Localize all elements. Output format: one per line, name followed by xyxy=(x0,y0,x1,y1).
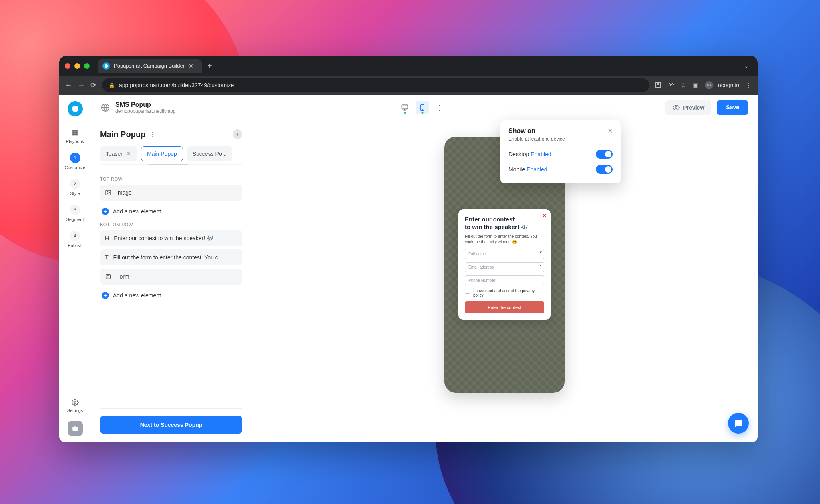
showon-mobile-row: Mobile Enabled xyxy=(508,162,613,177)
panel-icon[interactable]: ▣ xyxy=(693,82,699,89)
element-heading[interactable]: H Enter our contest to win the speaker! … xyxy=(100,230,242,246)
next-button[interactable]: Next to Success Popup xyxy=(100,416,242,434)
save-button[interactable]: Save xyxy=(717,100,748,115)
eye-icon xyxy=(673,104,680,111)
popup-state-tabs: Teaser👁 Main Popup Success Po... xyxy=(100,146,242,161)
browser-menu-icon[interactable]: ⋮ xyxy=(746,82,752,89)
briefcase-icon xyxy=(72,425,79,432)
show-on-popover: Show on ✕ Enable at least one device Des… xyxy=(500,120,621,183)
window-traffic-lights xyxy=(65,63,90,69)
preview-canvas: Show on ✕ Enable at least one device Des… xyxy=(251,120,758,442)
nav-forward-icon[interactable]: → xyxy=(78,81,85,90)
popup-preview: ✕ Enter our contest to win the speaker! … xyxy=(458,209,551,320)
popup-text: Fill out the form to enter the contest. … xyxy=(465,234,544,245)
mobile-icon xyxy=(418,104,426,112)
showon-close-icon[interactable]: ✕ xyxy=(607,127,613,135)
address-bar[interactable]: 🔒 app.popupsmart.com/builder/32749/custo… xyxy=(102,78,649,92)
add-element-top[interactable]: +Add a new element xyxy=(100,204,242,219)
left-rail: ▦ Playbook 1 Customize 2 Style 3 Segment… xyxy=(59,95,91,442)
main-area: SMS Popup demopopupsmart.netlify.app ⋮ xyxy=(91,95,758,442)
rail-settings[interactable]: Settings xyxy=(67,399,83,413)
tab-main-popup[interactable]: Main Popup xyxy=(141,146,183,161)
eye-off-icon: 👁 xyxy=(126,151,131,157)
svg-point-0 xyxy=(74,402,76,404)
element-image[interactable]: Image xyxy=(100,185,242,201)
rail-playbook[interactable]: ▦ Playbook xyxy=(66,128,84,144)
tab-close-icon[interactable]: ✕ xyxy=(189,63,193,69)
checkbox-icon xyxy=(465,289,470,294)
element-text[interactable]: T Fill out the form to enter the contest… xyxy=(100,249,242,265)
rail-step-segment[interactable]: 3 Segment xyxy=(66,205,84,222)
chat-icon xyxy=(734,418,743,428)
bottom-row-label: BOTTOM ROW xyxy=(100,222,242,227)
input-phone[interactable]: Phone Number xyxy=(465,275,544,285)
chat-fab[interactable] xyxy=(728,413,749,434)
tab-title: Popupsmart Campaign Builder xyxy=(114,63,185,69)
app-logo[interactable] xyxy=(68,101,83,116)
input-email[interactable]: Email address xyxy=(465,262,544,272)
showon-subtitle: Enable at least one device xyxy=(508,136,613,142)
consent-checkbox[interactable]: I have read and accept the privacy polic… xyxy=(465,289,544,297)
address-url: app.popupsmart.com/builder/32749/customi… xyxy=(119,82,234,88)
tabs-scrollbar[interactable] xyxy=(100,164,242,165)
rail-step-publish[interactable]: 4 Publish xyxy=(68,231,82,248)
incognito-badge[interactable]: 👓Incognito xyxy=(705,81,739,89)
lock-icon: 🔒 xyxy=(109,82,115,88)
browser-tab[interactable]: Popupsmart Campaign Builder ✕ xyxy=(98,59,202,73)
toolbar-right: ⚿ 👁 ☆ ▣ 👓Incognito ⋮ xyxy=(655,81,752,89)
svg-point-5 xyxy=(675,106,677,108)
device-desktop-button[interactable] xyxy=(398,101,412,114)
desktop-toggle[interactable] xyxy=(596,150,613,159)
rail-briefcase[interactable] xyxy=(68,421,83,436)
tab-teaser[interactable]: Teaser👁 xyxy=(100,146,137,161)
eye-off-icon[interactable]: 👁 xyxy=(668,82,674,89)
mobile-toggle[interactable] xyxy=(596,165,613,174)
preview-button[interactable]: Preview xyxy=(665,100,711,115)
showon-title: Show on xyxy=(508,127,535,135)
tab-favicon xyxy=(102,62,110,70)
svg-point-7 xyxy=(107,191,108,192)
gear-icon xyxy=(72,399,79,406)
plus-icon: + xyxy=(102,208,109,215)
workspace: Main Popup ⋮ + Teaser👁 Main Popup Succes… xyxy=(91,120,758,442)
nav-back-icon[interactable]: ← xyxy=(65,81,72,90)
input-full-name[interactable]: Full name xyxy=(465,249,544,259)
add-element-bottom[interactable]: +Add a new element xyxy=(100,288,242,303)
popup-heading: Enter our contest to win the speaker! 🎶 xyxy=(465,216,544,231)
nav-reload-icon[interactable]: ⟳ xyxy=(90,81,96,90)
key-icon[interactable]: ⚿ xyxy=(655,82,661,89)
device-mobile-button[interactable] xyxy=(416,101,429,114)
element-form[interactable]: Form xyxy=(100,269,242,285)
tabs-overflow-icon[interactable]: ⌄ xyxy=(741,63,752,69)
campaign-domain: demopopupsmart.netlify.app xyxy=(115,108,176,114)
window-zoom[interactable] xyxy=(84,63,90,69)
campaign-title: SMS Popup xyxy=(115,101,176,108)
tab-success[interactable]: Success Po... xyxy=(187,146,233,161)
rail-step-customize[interactable]: 1 Customize xyxy=(65,153,86,170)
heading-icon: H xyxy=(105,235,109,241)
app-root: ▦ Playbook 1 Customize 2 Style 3 Segment… xyxy=(59,95,758,442)
panel-title: Main Popup xyxy=(100,130,145,139)
popup-close-icon[interactable]: ✕ xyxy=(542,213,547,219)
plus-icon: + xyxy=(102,292,109,299)
topbar-title-block: SMS Popup demopopupsmart.netlify.app xyxy=(115,101,176,114)
globe-icon xyxy=(101,103,110,112)
text-icon: T xyxy=(105,254,109,261)
rail-step-style[interactable]: 2 Style xyxy=(70,179,80,196)
image-icon xyxy=(105,189,111,196)
star-icon[interactable]: ☆ xyxy=(681,82,686,89)
top-row-label: TOP ROW xyxy=(100,177,242,181)
window-close[interactable] xyxy=(65,63,70,69)
panel-menu-icon[interactable]: ⋮ xyxy=(149,131,156,138)
panel-add-icon[interactable]: + xyxy=(233,129,242,139)
new-tab-button[interactable]: + xyxy=(207,61,212,70)
grid-icon: ▦ xyxy=(72,128,78,137)
svg-rect-2 xyxy=(402,105,408,109)
popup-submit-button[interactable]: Enter the contest xyxy=(465,301,544,313)
browser-toolbar: ← → ⟳ 🔒 app.popupsmart.com/builder/32749… xyxy=(59,76,758,95)
form-icon xyxy=(105,273,111,280)
window-minimize[interactable] xyxy=(74,63,80,69)
device-more-icon[interactable]: ⋮ xyxy=(436,103,443,112)
desktop-icon xyxy=(401,104,409,112)
browser-tabstrip: Popupsmart Campaign Builder ✕ + ⌄ xyxy=(59,56,758,76)
